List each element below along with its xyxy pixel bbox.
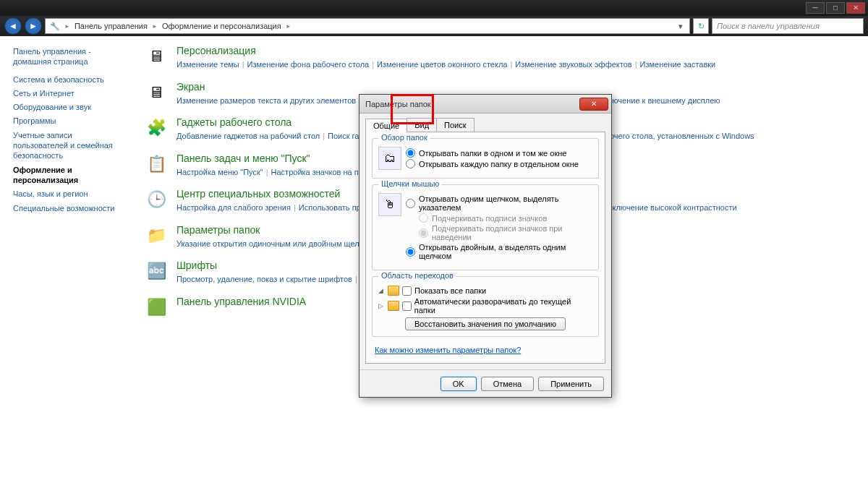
minimize-button[interactable]: ─	[806, 2, 825, 14]
radio-double-click[interactable]: Открывать двойным, а выделять одним щелч…	[406, 243, 592, 260]
restore-defaults-button[interactable]: Восстановить значения по умолчанию	[405, 317, 566, 330]
group-navigation-pane: Область переходов ◢ Показать все папки ▷…	[372, 276, 599, 337]
group-label: Щелчки мышью	[378, 179, 442, 188]
folder-icon	[388, 301, 399, 311]
link-separator: |	[266, 168, 268, 176]
tab-content-general: Обзор папок 🗂 Открывать папки в одном и …	[365, 132, 605, 364]
sidebar-item[interactable]: Система и безопасность	[13, 74, 126, 85]
folder-options-dialog: Параметры папок ✕ Общие Вид Поиск Обзор …	[359, 94, 612, 398]
link-separator: |	[635, 60, 637, 69]
sidebar-item[interactable]: Специальные возможности	[13, 203, 126, 213]
category-icon: 🖥	[145, 81, 168, 104]
sidebar-item[interactable]: Оборудование и звук	[13, 102, 126, 112]
category-link[interactable]: Просмотр, удаление, показ и скрытие шриф…	[176, 275, 352, 283]
category-icon: 🧩	[145, 116, 168, 140]
category-link[interactable]: Изменение размеров текста и других элеме…	[176, 96, 356, 105]
sidebar-item[interactable]: Часы, язык и регион	[13, 189, 126, 199]
tree-row[interactable]: ◢ Показать все папки	[378, 286, 592, 296]
tab-search[interactable]: Поиск	[436, 118, 474, 132]
breadcrumb[interactable]: 🔧 ► Панель управления ► Оформление и пер…	[45, 18, 690, 34]
radio-underline-hover: Подчеркивать подписи значков при наведен…	[419, 224, 592, 241]
close-button[interactable]: ✕	[846, 2, 865, 14]
breadcrumb-sep: ►	[64, 23, 70, 30]
crumb-sub[interactable]: Оформление и персонализация	[162, 22, 281, 30]
help-link[interactable]: Как можно изменить параметры папок?	[375, 346, 599, 354]
radio-new-window[interactable]: Открывать каждую папку в отдельном окне	[406, 159, 592, 168]
dialog-button-row: OK Отмена Применить	[359, 369, 611, 397]
tab-view[interactable]: Вид	[407, 118, 437, 132]
sidebar: Панель управления - домашняя страница Си…	[0, 36, 130, 488]
category-link[interactable]: Изменение фона рабочего стола	[247, 60, 370, 69]
radio-underline-always: Подчеркивать подписи значков	[419, 213, 592, 223]
apply-button[interactable]: Применить	[538, 377, 604, 391]
category-icon: 🕒	[145, 188, 168, 211]
category-link[interactable]: Изменение заставки	[640, 60, 716, 69]
address-bar: ◄ ► 🔧 ► Панель управления ► Оформление и…	[0, 16, 868, 36]
sidebar-item[interactable]: Сеть и Интернет	[13, 88, 126, 98]
category-links: Изменение темы|Изменение фона рабочего с…	[176, 59, 854, 71]
back-button[interactable]: ◄	[4, 17, 22, 35]
dialog-titlebar[interactable]: Параметры папок ✕	[359, 95, 611, 114]
link-separator: |	[323, 132, 325, 140]
sidebar-item[interactable]: Оформление и персонализация	[13, 165, 126, 186]
radio-same-window[interactable]: Открывать папки в одном и том же окне	[406, 148, 592, 158]
search-placeholder: Поиск в панели управления	[717, 22, 820, 30]
category-link[interactable]: Включение высокой контрастности	[607, 203, 737, 212]
dialog-title: Параметры папок	[365, 100, 431, 108]
category-link[interactable]: Изменение звуковых эффектов	[515, 60, 631, 69]
link-separator: |	[510, 60, 512, 69]
breadcrumb-sep: ►	[152, 23, 158, 30]
crumb-root[interactable]: Панель управления	[75, 22, 148, 30]
group-label: Область переходов	[378, 271, 456, 280]
cancel-button[interactable]: Отмена	[481, 377, 534, 391]
category-icon: 📋	[145, 153, 168, 176]
radio-single-click[interactable]: Открывать одним щелчком, выделять указат…	[406, 194, 592, 212]
group-label: Обзор папок	[378, 133, 430, 142]
category-link[interactable]: Изменение темы	[176, 60, 239, 69]
check-label: Показать все папки	[414, 286, 486, 295]
folder-icon	[388, 286, 399, 296]
dialog-close-button[interactable]: ✕	[579, 98, 608, 111]
link-separator: |	[242, 60, 244, 69]
address-dropdown-icon[interactable]: ▾	[676, 22, 685, 31]
maximize-button[interactable]: □	[826, 2, 845, 14]
ok-button[interactable]: OK	[441, 377, 477, 391]
tab-general[interactable]: Общие	[365, 119, 407, 132]
browse-folders-icon: 🗂	[378, 147, 401, 170]
search-input[interactable]: Поиск в панели управления	[712, 18, 864, 34]
forward-button[interactable]: ►	[25, 17, 42, 35]
category: 🖥ПерсонализацияИзменение темы|Изменение …	[145, 45, 854, 71]
category-link[interactable]: Изменение цветов оконного стекла	[377, 60, 507, 69]
window-titlebar: ─ □ ✕	[0, 0, 868, 16]
sidebar-home[interactable]: Панель управления - домашняя страница	[13, 46, 126, 67]
category-link[interactable]: Настройка для слабого зрения	[176, 203, 291, 212]
group-browse-folders: Обзор папок 🗂 Открывать папки в одном и …	[372, 138, 599, 179]
category-link[interactable]: Указание открытия одиночным или двойным …	[176, 239, 377, 248]
click-icon: 🖱	[378, 193, 401, 216]
dialog-tabs: Общие Вид Поиск	[365, 118, 605, 132]
tree-row[interactable]: ▷ Автоматически разворачивать до текущей…	[378, 297, 592, 314]
link-separator: |	[372, 60, 374, 69]
link-separator: |	[355, 275, 357, 283]
check-label: Автоматически разворачивать до текущей п…	[414, 297, 592, 314]
category-link[interactable]: Настройка меню "Пуск"	[176, 168, 263, 176]
category-title[interactable]: Персонализация	[176, 45, 854, 56]
sidebar-item[interactable]: Программы	[13, 116, 126, 126]
refresh-button[interactable]: ↻	[693, 18, 709, 34]
tree-expand-icon[interactable]: ▷	[378, 302, 385, 309]
control-panel-icon: 🔧	[50, 22, 60, 31]
check-auto-expand[interactable]	[402, 301, 412, 311]
breadcrumb-sep: ►	[286, 23, 292, 30]
link-separator: |	[294, 203, 296, 212]
category-icon: 🟩	[145, 296, 168, 319]
category-icon: 🖥	[145, 45, 168, 68]
category-icon: 🔤	[145, 260, 168, 283]
tree-expand-icon[interactable]: ◢	[378, 287, 385, 294]
sidebar-item[interactable]: Учетные записи пользователей и семейная …	[13, 130, 126, 161]
category-title[interactable]: Экран	[176, 81, 854, 93]
category-icon: 📁	[145, 224, 168, 247]
check-show-all-folders[interactable]	[402, 286, 412, 296]
group-click-items: Щелчки мышью 🖱 Открывать одним щелчком, …	[372, 184, 599, 270]
category-link[interactable]: Добавление гаджетов на рабочий стол	[176, 132, 320, 140]
